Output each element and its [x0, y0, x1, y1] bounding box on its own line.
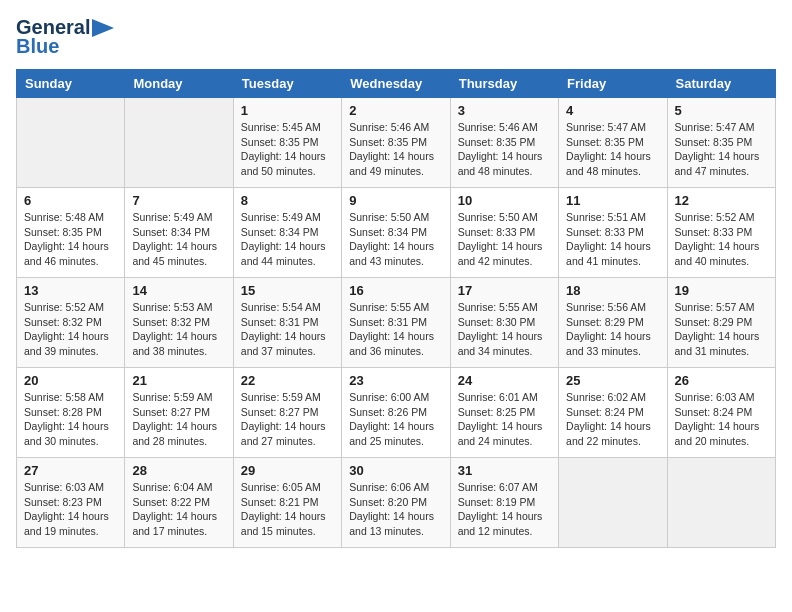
svg-marker-0: [92, 19, 114, 37]
day-number: 22: [241, 373, 334, 388]
day-number: 13: [24, 283, 117, 298]
calendar-cell: [667, 458, 775, 548]
calendar-cell: 23Sunrise: 6:00 AM Sunset: 8:26 PM Dayli…: [342, 368, 450, 458]
day-number: 7: [132, 193, 225, 208]
calendar-cell: 22Sunrise: 5:59 AM Sunset: 8:27 PM Dayli…: [233, 368, 341, 458]
day-info: Sunrise: 5:51 AM Sunset: 8:33 PM Dayligh…: [566, 210, 659, 269]
calendar-cell: 3Sunrise: 5:46 AM Sunset: 8:35 PM Daylig…: [450, 98, 558, 188]
day-info: Sunrise: 5:53 AM Sunset: 8:32 PM Dayligh…: [132, 300, 225, 359]
logo: General Blue: [16, 16, 114, 57]
calendar-cell: 4Sunrise: 5:47 AM Sunset: 8:35 PM Daylig…: [559, 98, 667, 188]
day-number: 2: [349, 103, 442, 118]
day-number: 12: [675, 193, 768, 208]
day-number: 29: [241, 463, 334, 478]
calendar-cell: 1Sunrise: 5:45 AM Sunset: 8:35 PM Daylig…: [233, 98, 341, 188]
day-number: 28: [132, 463, 225, 478]
weekday-header-wednesday: Wednesday: [342, 70, 450, 98]
day-info: Sunrise: 5:46 AM Sunset: 8:35 PM Dayligh…: [349, 120, 442, 179]
calendar-cell: [559, 458, 667, 548]
day-info: Sunrise: 5:52 AM Sunset: 8:32 PM Dayligh…: [24, 300, 117, 359]
calendar-cell: 5Sunrise: 5:47 AM Sunset: 8:35 PM Daylig…: [667, 98, 775, 188]
calendar-cell: 6Sunrise: 5:48 AM Sunset: 8:35 PM Daylig…: [17, 188, 125, 278]
calendar-cell: 28Sunrise: 6:04 AM Sunset: 8:22 PM Dayli…: [125, 458, 233, 548]
calendar-cell: 14Sunrise: 5:53 AM Sunset: 8:32 PM Dayli…: [125, 278, 233, 368]
calendar-cell: 18Sunrise: 5:56 AM Sunset: 8:29 PM Dayli…: [559, 278, 667, 368]
day-number: 6: [24, 193, 117, 208]
day-info: Sunrise: 5:59 AM Sunset: 8:27 PM Dayligh…: [132, 390, 225, 449]
page-header: General Blue: [16, 16, 776, 57]
day-info: Sunrise: 5:57 AM Sunset: 8:29 PM Dayligh…: [675, 300, 768, 359]
day-info: Sunrise: 5:50 AM Sunset: 8:33 PM Dayligh…: [458, 210, 551, 269]
calendar-cell: 10Sunrise: 5:50 AM Sunset: 8:33 PM Dayli…: [450, 188, 558, 278]
day-number: 10: [458, 193, 551, 208]
day-info: Sunrise: 6:05 AM Sunset: 8:21 PM Dayligh…: [241, 480, 334, 539]
day-number: 27: [24, 463, 117, 478]
calendar-week-5: 27Sunrise: 6:03 AM Sunset: 8:23 PM Dayli…: [17, 458, 776, 548]
calendar-cell: 11Sunrise: 5:51 AM Sunset: 8:33 PM Dayli…: [559, 188, 667, 278]
day-info: Sunrise: 5:50 AM Sunset: 8:34 PM Dayligh…: [349, 210, 442, 269]
calendar-cell: 31Sunrise: 6:07 AM Sunset: 8:19 PM Dayli…: [450, 458, 558, 548]
calendar-cell: 17Sunrise: 5:55 AM Sunset: 8:30 PM Dayli…: [450, 278, 558, 368]
day-number: 30: [349, 463, 442, 478]
calendar-cell: 12Sunrise: 5:52 AM Sunset: 8:33 PM Dayli…: [667, 188, 775, 278]
calendar-cell: 21Sunrise: 5:59 AM Sunset: 8:27 PM Dayli…: [125, 368, 233, 458]
day-number: 19: [675, 283, 768, 298]
calendar-week-3: 13Sunrise: 5:52 AM Sunset: 8:32 PM Dayli…: [17, 278, 776, 368]
day-info: Sunrise: 6:03 AM Sunset: 8:23 PM Dayligh…: [24, 480, 117, 539]
calendar-cell: 25Sunrise: 6:02 AM Sunset: 8:24 PM Dayli…: [559, 368, 667, 458]
day-info: Sunrise: 5:45 AM Sunset: 8:35 PM Dayligh…: [241, 120, 334, 179]
day-number: 24: [458, 373, 551, 388]
day-info: Sunrise: 6:03 AM Sunset: 8:24 PM Dayligh…: [675, 390, 768, 449]
calendar-cell: [125, 98, 233, 188]
day-info: Sunrise: 6:06 AM Sunset: 8:20 PM Dayligh…: [349, 480, 442, 539]
day-number: 4: [566, 103, 659, 118]
day-number: 11: [566, 193, 659, 208]
calendar-cell: 29Sunrise: 6:05 AM Sunset: 8:21 PM Dayli…: [233, 458, 341, 548]
calendar-cell: 27Sunrise: 6:03 AM Sunset: 8:23 PM Dayli…: [17, 458, 125, 548]
weekday-header-monday: Monday: [125, 70, 233, 98]
weekday-header-sunday: Sunday: [17, 70, 125, 98]
day-number: 15: [241, 283, 334, 298]
day-info: Sunrise: 5:55 AM Sunset: 8:31 PM Dayligh…: [349, 300, 442, 359]
logo-blue: Blue: [16, 35, 59, 57]
day-info: Sunrise: 5:54 AM Sunset: 8:31 PM Dayligh…: [241, 300, 334, 359]
day-number: 14: [132, 283, 225, 298]
day-info: Sunrise: 5:48 AM Sunset: 8:35 PM Dayligh…: [24, 210, 117, 269]
day-number: 18: [566, 283, 659, 298]
calendar-table: SundayMondayTuesdayWednesdayThursdayFrid…: [16, 69, 776, 548]
calendar-week-2: 6Sunrise: 5:48 AM Sunset: 8:35 PM Daylig…: [17, 188, 776, 278]
day-number: 31: [458, 463, 551, 478]
calendar-cell: 24Sunrise: 6:01 AM Sunset: 8:25 PM Dayli…: [450, 368, 558, 458]
logo-arrow-icon: [92, 19, 114, 37]
day-number: 3: [458, 103, 551, 118]
day-info: Sunrise: 6:02 AM Sunset: 8:24 PM Dayligh…: [566, 390, 659, 449]
calendar-body: 1Sunrise: 5:45 AM Sunset: 8:35 PM Daylig…: [17, 98, 776, 548]
day-info: Sunrise: 6:00 AM Sunset: 8:26 PM Dayligh…: [349, 390, 442, 449]
weekday-header-tuesday: Tuesday: [233, 70, 341, 98]
calendar-cell: 13Sunrise: 5:52 AM Sunset: 8:32 PM Dayli…: [17, 278, 125, 368]
day-info: Sunrise: 5:55 AM Sunset: 8:30 PM Dayligh…: [458, 300, 551, 359]
day-info: Sunrise: 6:01 AM Sunset: 8:25 PM Dayligh…: [458, 390, 551, 449]
calendar-cell: 9Sunrise: 5:50 AM Sunset: 8:34 PM Daylig…: [342, 188, 450, 278]
day-number: 16: [349, 283, 442, 298]
day-number: 20: [24, 373, 117, 388]
calendar-cell: 20Sunrise: 5:58 AM Sunset: 8:28 PM Dayli…: [17, 368, 125, 458]
weekday-header-friday: Friday: [559, 70, 667, 98]
calendar-header-row: SundayMondayTuesdayWednesdayThursdayFrid…: [17, 70, 776, 98]
day-info: Sunrise: 5:49 AM Sunset: 8:34 PM Dayligh…: [132, 210, 225, 269]
calendar-week-4: 20Sunrise: 5:58 AM Sunset: 8:28 PM Dayli…: [17, 368, 776, 458]
calendar-cell: 19Sunrise: 5:57 AM Sunset: 8:29 PM Dayli…: [667, 278, 775, 368]
day-number: 21: [132, 373, 225, 388]
day-info: Sunrise: 6:07 AM Sunset: 8:19 PM Dayligh…: [458, 480, 551, 539]
calendar-cell: [17, 98, 125, 188]
day-info: Sunrise: 5:56 AM Sunset: 8:29 PM Dayligh…: [566, 300, 659, 359]
calendar-cell: 2Sunrise: 5:46 AM Sunset: 8:35 PM Daylig…: [342, 98, 450, 188]
day-number: 25: [566, 373, 659, 388]
day-number: 8: [241, 193, 334, 208]
calendar-cell: 26Sunrise: 6:03 AM Sunset: 8:24 PM Dayli…: [667, 368, 775, 458]
day-number: 5: [675, 103, 768, 118]
calendar-cell: 7Sunrise: 5:49 AM Sunset: 8:34 PM Daylig…: [125, 188, 233, 278]
calendar-cell: 8Sunrise: 5:49 AM Sunset: 8:34 PM Daylig…: [233, 188, 341, 278]
calendar-cell: 16Sunrise: 5:55 AM Sunset: 8:31 PM Dayli…: [342, 278, 450, 368]
day-info: Sunrise: 5:58 AM Sunset: 8:28 PM Dayligh…: [24, 390, 117, 449]
